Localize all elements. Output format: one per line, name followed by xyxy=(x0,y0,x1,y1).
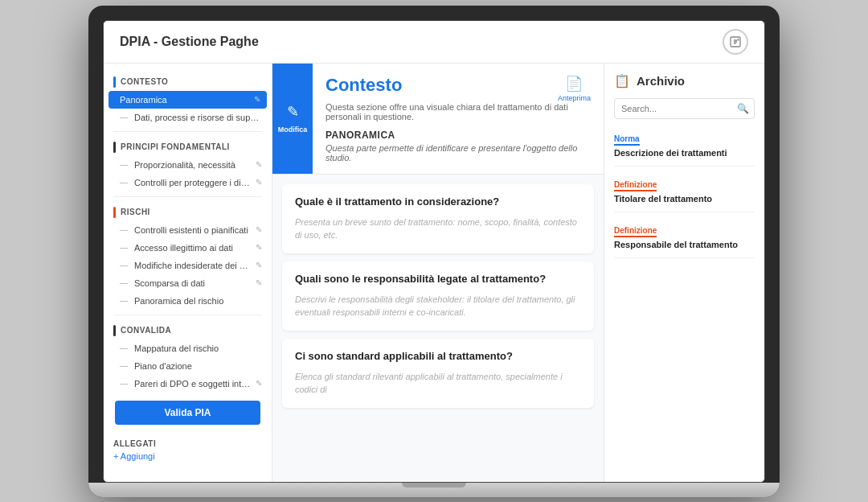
app-header: DPIA - Gestione Paghe xyxy=(104,21,764,64)
question-title-3: Ci sono standard applicabili al trattame… xyxy=(295,350,581,362)
section-label-convalida: CONVALIDA xyxy=(121,326,171,335)
archive-item-type-3: Definizione xyxy=(614,226,657,237)
sidebar-item-scomparsa[interactable]: — Scomparsa di dati ✎ xyxy=(104,274,272,292)
sidebar-item-controlli[interactable]: — Controlli per proteggere i dirit... ✎ xyxy=(104,174,272,191)
sidebar-section-rischi: RISCHI xyxy=(104,202,272,221)
app-title: DPIA - Gestione Paghe xyxy=(120,35,259,49)
panoramica-label: PANORAMICA xyxy=(326,130,591,141)
sidebar-item-dati[interactable]: — Dati, processi e risorse di supp... xyxy=(104,109,272,126)
sidebar-item-modifiche[interactable]: — Modifiche indesiderate dei dati ✎ xyxy=(104,257,272,274)
export-icon[interactable] xyxy=(723,29,748,55)
question-card-1: Quale è il trattamento in considerazione… xyxy=(282,184,594,253)
divider-3 xyxy=(113,315,262,315)
section-title: Contesto xyxy=(326,75,402,96)
question-placeholder-1: Presenta un breve sunto del trattamento:… xyxy=(295,216,581,242)
archive-item-2: Definizione Titolare del trattamento xyxy=(614,176,755,212)
section-subtitle: Questa sezione offre una visuale chiara … xyxy=(326,102,591,121)
section-label-principi: PRINCIPI FONDAMENTALI xyxy=(121,142,230,151)
sidebar-item-proporzionalita[interactable]: — Proporzionalità, necessità ✎ xyxy=(104,156,272,174)
sidebar-section-contesto: CONTESTO xyxy=(104,72,272,91)
panoramica-desc: Questa parte permette di identificare e … xyxy=(326,143,591,163)
section-bar-contesto xyxy=(113,76,116,88)
main-content: ✎ Modifica Contesto 📄 Anteprima Questa s… xyxy=(272,64,604,482)
valida-pia-button[interactable]: Valida PIA xyxy=(115,401,260,425)
section-label-rischi: RISCHI xyxy=(121,208,150,216)
section-bar-principi xyxy=(113,142,116,153)
edit-icon-par: ✎ xyxy=(256,379,262,388)
divider-2 xyxy=(113,196,262,197)
section-bar-rischi xyxy=(113,207,116,218)
laptop-base xyxy=(88,483,780,497)
sidebar-item-controlli-esistenti[interactable]: — Controlli esistenti o pianificati ✎ xyxy=(104,221,272,239)
archive-item-1: Norma Descrizione dei trattamenti xyxy=(614,130,755,167)
search-icon: 🔍 xyxy=(737,103,749,114)
edit-icon-prop: ✎ xyxy=(256,160,262,169)
question-title-1: Quale è il trattamento in considerazione… xyxy=(295,195,581,208)
archive-item-title-3: Responsabile del trattamento xyxy=(614,240,755,249)
archive-title: Archivio xyxy=(637,74,685,88)
sidebar-item-panoramica-rischio[interactable]: — Panoramica del rischio xyxy=(104,292,272,310)
archive-panel: 📋 Archivio 🔍 Norma Descrizione dei tratt… xyxy=(604,64,764,482)
archive-item-title-2: Titolare del trattamento xyxy=(614,194,755,204)
section-label-contesto: CONTESTO xyxy=(121,77,168,86)
anteprima-icon: 📄 xyxy=(565,75,583,93)
search-box[interactable]: 🔍 xyxy=(614,98,755,119)
edit-icon-panoramica: ✎ xyxy=(254,95,260,104)
modifica-icon: ✎ xyxy=(287,103,299,121)
edit-icon-sco: ✎ xyxy=(256,278,262,287)
search-input[interactable] xyxy=(621,104,732,113)
question-card-2: Quali sono le responsabilità legate al t… xyxy=(282,261,594,331)
edit-icon-mod: ✎ xyxy=(256,261,262,270)
anteprima-label: Anteprima xyxy=(558,94,591,102)
archive-icon: 📋 xyxy=(614,73,630,88)
app-body: CONTESTO Panoramica ✎ — Dati, processi e… xyxy=(104,64,764,482)
content-header-body: Contesto 📄 Anteprima Questa sezione offr… xyxy=(313,64,604,174)
sidebar-item-panoramica[interactable]: Panoramica ✎ xyxy=(108,91,267,109)
archive-item-type-2: Definizione xyxy=(614,180,657,191)
section-bar-convalida xyxy=(113,325,116,336)
allegati-section: ALLEGATI + Aggiungi xyxy=(104,433,272,467)
sidebar-item-piano[interactable]: — Piano d'azione xyxy=(104,357,272,375)
question-card-3: Ci sono standard applicabili al trattame… xyxy=(282,339,594,408)
sidebar-item-mappatura[interactable]: — Mappatura del rischio xyxy=(104,339,272,357)
archive-item-type-1: Norma xyxy=(614,134,640,146)
anteprima-button[interactable]: 📄 Anteprima xyxy=(558,75,591,102)
sidebar: CONTESTO Panoramica ✎ — Dati, processi e… xyxy=(104,64,272,482)
aggiungi-button[interactable]: + Aggiungi xyxy=(113,448,262,464)
edit-icon-ctrl: ✎ xyxy=(256,178,262,187)
question-placeholder-2: Descrivi le responsabilità degli stakeho… xyxy=(295,293,581,319)
sidebar-item-accesso[interactable]: — Accesso illegittimo ai dati ✎ xyxy=(104,239,272,257)
laptop-frame: DPIA - Gestione Paghe CONTESTO Panor xyxy=(88,6,780,497)
edit-icon-acc: ✎ xyxy=(256,243,262,252)
divider-1 xyxy=(113,131,262,132)
title-row: Contesto 📄 Anteprima xyxy=(326,75,591,102)
question-title-2: Quali sono le responsabilità legate al t… xyxy=(295,273,581,285)
archive-item-title-1: Descrizione dei trattamenti xyxy=(614,148,755,158)
sidebar-section-convalida: CONVALIDA xyxy=(104,320,272,339)
edit-icon-ce: ✎ xyxy=(256,225,262,234)
blue-sidebar-bar: ✎ Modifica xyxy=(272,64,313,174)
question-placeholder-3: Elenca gli standard rilevanti applicabil… xyxy=(295,370,581,397)
sidebar-section-principi: PRINCIPI FONDAMENTALI xyxy=(104,137,272,156)
laptop-screen: DPIA - Gestione Paghe CONTESTO Panor xyxy=(103,20,765,483)
archive-item-3: Definizione Responsabile del trattamento xyxy=(614,222,755,258)
allegati-label: ALLEGATI xyxy=(113,439,262,448)
sidebar-item-pareri[interactable]: — Pareri di DPO e soggetti intere... ✎ xyxy=(104,375,272,393)
content-header: ✎ Modifica Contesto 📄 Anteprima Questa s… xyxy=(272,64,604,175)
archive-header: 📋 Archivio xyxy=(614,73,755,88)
modifica-label: Modifica xyxy=(278,126,308,134)
